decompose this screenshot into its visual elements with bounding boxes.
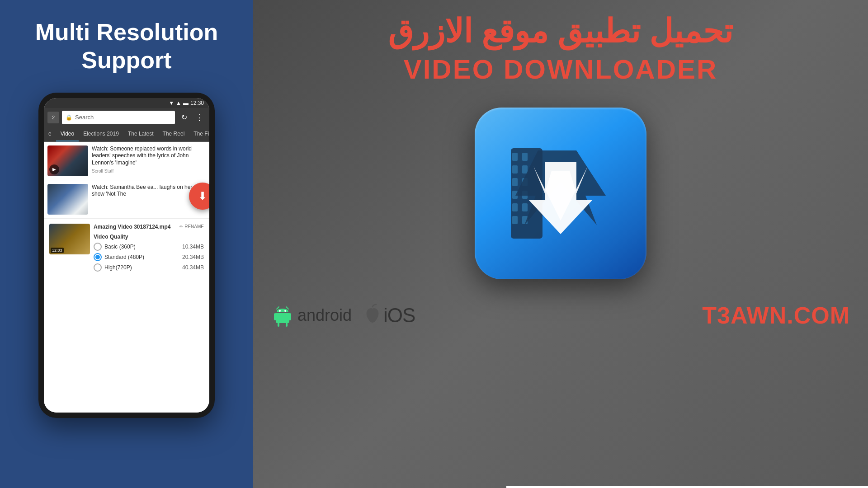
platforms: android iOS	[271, 303, 415, 328]
svg-rect-5	[512, 203, 518, 211]
wifi-icon: ▼	[169, 100, 174, 106]
radio-basic[interactable]	[94, 243, 102, 251]
radio-inner-standard	[95, 255, 100, 259]
news-item-2: Watch: Samantha Bee ea... laughs on her …	[44, 180, 209, 219]
radio-standard[interactable]	[94, 253, 102, 261]
menu-button[interactable]: ⋮	[193, 111, 206, 124]
tab-count-button[interactable]: 2	[47, 112, 59, 123]
quality-size-standard: 20.34MB	[182, 254, 204, 260]
right-panel: تحميل تطبيق موقع الازرق VIDEO DOWNLOADER	[253, 0, 868, 488]
status-time: 12:30	[190, 100, 204, 106]
radio-high[interactable]	[94, 263, 102, 272]
quality-option-basic[interactable]: Basic (360P) 10.34MB	[94, 243, 204, 251]
svg-rect-6	[512, 216, 518, 224]
filename-row: Amazing Video 30187124.mp4 ✏ RENAME	[94, 224, 204, 230]
news-title-1: Watch: Someone replaced words in world l…	[92, 145, 206, 167]
status-icons: ▼ ▲ ▬ 12:30	[169, 100, 204, 106]
quality-option-high[interactable]: High(720P) 40.34MB	[94, 263, 204, 272]
battery-icon: ▬	[183, 100, 189, 106]
nav-tab-elections[interactable]: Elections 2019	[79, 127, 123, 141]
svg-rect-3	[512, 178, 518, 186]
download-info: Amazing Video 30187124.mp4 ✏ RENAME Vide…	[94, 224, 204, 274]
svg-line-19	[277, 307, 279, 309]
svg-rect-15	[274, 313, 277, 320]
nav-tab-video[interactable]: Video	[56, 127, 79, 141]
svg-rect-16	[288, 313, 291, 320]
download-file-row: 12:03 Amazing Video 30187124.mp4 ✏ RENAM…	[49, 224, 204, 274]
nav-tab-fie[interactable]: The Fie	[189, 127, 209, 141]
android-label: android	[297, 306, 352, 325]
quality-size-basic: 10.34MB	[182, 244, 204, 250]
nav-tab-e[interactable]: e	[44, 127, 56, 141]
search-input[interactable]: Search	[75, 114, 94, 121]
app-icon-container	[475, 108, 646, 279]
app-icon	[475, 108, 646, 279]
arabic-title: تحميل تطبيق موقع الازرق	[388, 14, 733, 49]
website-label: T3AWN.COM	[702, 302, 850, 329]
nav-tab-latest[interactable]: The Latest	[123, 127, 158, 141]
quality-size-high: 40.34MB	[182, 264, 204, 271]
english-title: VIDEO DOWNLOADER	[404, 54, 718, 85]
svg-point-18	[284, 310, 286, 312]
title-line1: Multi Resolution	[35, 19, 218, 45]
lock-icon: 🔒	[66, 114, 72, 121]
news-item-1: ▶ Watch: Someone replaced words in world…	[44, 142, 209, 180]
time-badge: 12:03	[51, 248, 64, 253]
search-bar[interactable]: 🔒 Search	[62, 111, 175, 124]
browser-toolbar: 2 🔒 Search ↻ ⋮	[44, 108, 209, 127]
download-filename: Amazing Video 30187124.mp4	[94, 224, 171, 230]
svg-rect-11	[522, 203, 528, 211]
phone-mockup: ▼ ▲ ▬ 12:30 2 🔒 Search ↻ ⋮	[38, 93, 215, 418]
signal-icon: ▲	[176, 100, 181, 106]
news-text-1: Watch: Someone replaced words in world l…	[92, 145, 206, 174]
svg-rect-1	[512, 153, 518, 161]
news-thumb-1: ▶	[47, 145, 88, 176]
news-thumb-2	[47, 184, 88, 215]
phone-screen: ▼ ▲ ▬ 12:30 2 🔒 Search ↻ ⋮	[44, 98, 209, 413]
bottom-line	[506, 486, 868, 488]
quality-option-standard[interactable]: Standard (480P) 20.34MB	[94, 253, 204, 261]
quality-name-standard: Standard (480P)	[104, 254, 144, 260]
quality-label: Video Quality	[94, 234, 204, 240]
android-logo-svg	[271, 304, 294, 327]
nav-tabs: e Video Elections 2019 The Latest The Re…	[44, 127, 209, 142]
ios-label: iOS	[383, 304, 415, 327]
quality-name-high: High(720P)	[104, 264, 132, 271]
news-author-1: Scroll Staff	[92, 169, 206, 174]
quality-name-basic: Basic (360P)	[104, 244, 136, 250]
status-bar: ▼ ▲ ▬ 12:30	[44, 98, 209, 108]
rename-button[interactable]: ✏ RENAME	[179, 224, 204, 229]
title-line2: Support	[81, 47, 171, 73]
left-title: Multi Resolution Support	[22, 18, 231, 75]
video-thumbnail: 12:03	[49, 224, 90, 254]
nav-tab-reel[interactable]: The Reel	[158, 127, 189, 141]
svg-rect-2	[512, 165, 518, 174]
tab-count-label: 2	[52, 115, 55, 120]
ios-platform: iOS	[361, 303, 415, 328]
svg-rect-8	[522, 165, 528, 174]
android-platform: android	[271, 304, 352, 327]
left-panel: Multi Resolution Support ▼ ▲ ▬ 12:30 2 🔒	[0, 0, 253, 488]
bottom-section: android iOS T3AWN.COM	[271, 302, 850, 329]
svg-line-20	[286, 307, 288, 309]
refresh-button[interactable]: ↻	[178, 111, 190, 124]
play-button-1[interactable]: ▶	[49, 164, 59, 174]
app-icon-svg	[497, 130, 624, 257]
svg-rect-7	[522, 153, 528, 161]
apple-logo-svg	[361, 303, 381, 328]
content-area: ▶ Watch: Someone replaced words in world…	[44, 142, 209, 413]
svg-point-17	[279, 310, 281, 312]
download-panel: 12:03 Amazing Video 30187124.mp4 ✏ RENAM…	[44, 219, 209, 282]
